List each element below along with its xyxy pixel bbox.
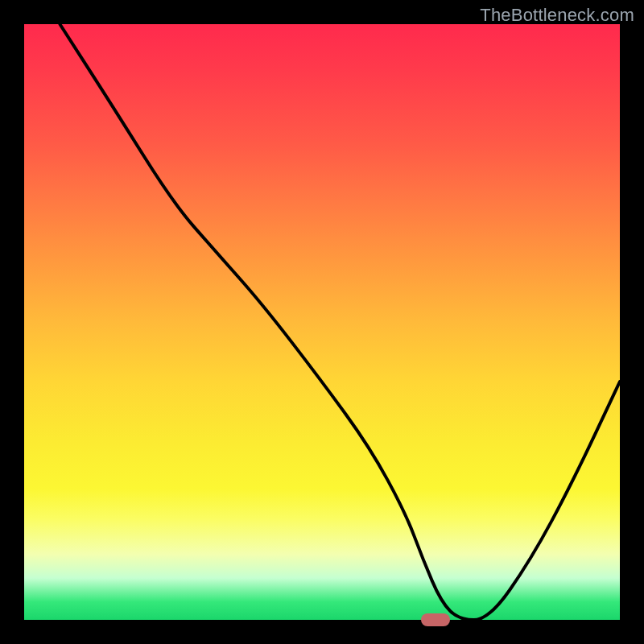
optimum-marker: [421, 613, 450, 626]
chart-plot-area: [24, 24, 620, 620]
bottleneck-curve-path: [60, 24, 620, 620]
bottleneck-curve-svg: [24, 24, 620, 620]
watermark-text: TheBottleneck.com: [480, 5, 634, 26]
